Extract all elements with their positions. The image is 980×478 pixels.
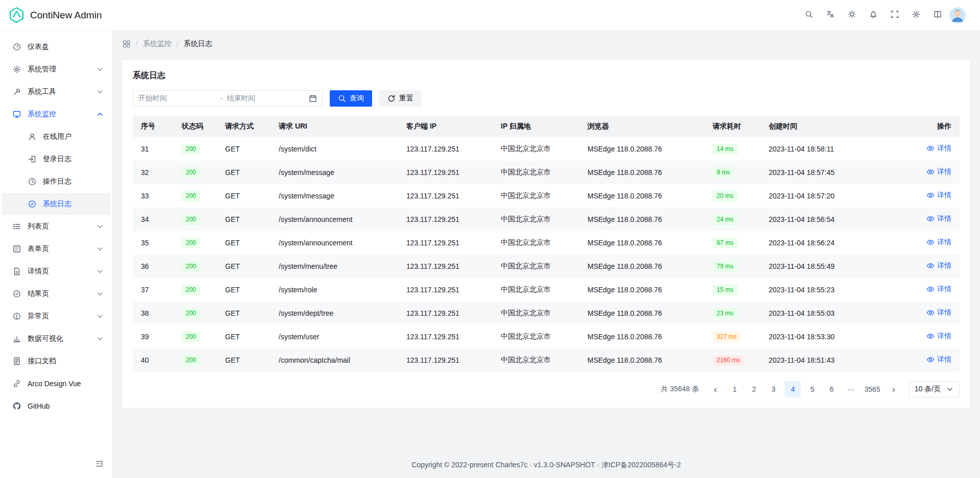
- dashboard-icon: [12, 42, 21, 52]
- github-icon: [12, 401, 21, 411]
- elapsed-badge: 87 ms: [713, 238, 738, 248]
- eye-icon: [926, 356, 935, 364]
- pagination-ellipsis[interactable]: ···: [843, 381, 859, 397]
- translate-button[interactable]: [822, 7, 839, 24]
- detail-link[interactable]: 详情: [926, 332, 951, 341]
- page-button-2[interactable]: 2: [746, 381, 762, 397]
- app-title: ContiNew Admin: [30, 10, 102, 21]
- detail-link[interactable]: 详情: [926, 308, 951, 317]
- search-icon: [805, 10, 813, 20]
- detail-link[interactable]: 详情: [926, 191, 951, 200]
- cell-action: 详情: [896, 184, 960, 208]
- sidebar-item-system-tools[interactable]: 系统工具: [2, 81, 110, 103]
- status-badge: 200: [182, 214, 200, 225]
- sidebar-item-system-logs[interactable]: 系统日志: [2, 193, 110, 215]
- sidebar-item-online-users[interactable]: 在线用户: [2, 125, 110, 148]
- fullscreen-button[interactable]: [886, 7, 903, 24]
- sidebar-item-system-management[interactable]: 系统管理: [2, 58, 110, 81]
- search-button[interactable]: [800, 7, 818, 24]
- cell-browser: MSEdge 118.0.2088.76: [579, 255, 704, 278]
- page-button-1[interactable]: 1: [726, 381, 743, 397]
- theme-light-button[interactable]: [843, 7, 861, 24]
- sidebar-item-label: 操作日志: [43, 177, 104, 186]
- cell-created_at: 2023-11-04 18:55:49: [761, 255, 896, 278]
- cell-client_ip: 123.117.129.251: [398, 208, 493, 231]
- collapse-sidebar-button[interactable]: [93, 458, 106, 471]
- page-button-3[interactable]: 3: [765, 381, 781, 397]
- eye-icon: [926, 332, 935, 340]
- cell-uri: /system/announcement: [271, 208, 398, 231]
- prev-page-button[interactable]: ‹: [707, 381, 723, 397]
- cell-client_ip: 123.117.129.251: [398, 301, 493, 325]
- cell-ip_region: 中国北京北京市: [493, 325, 579, 348]
- sidebar-item-arco-design-vue[interactable]: Arco Design Vue: [2, 372, 110, 395]
- cell-action: 详情: [896, 255, 960, 278]
- cell-status: 200: [174, 231, 217, 255]
- cell-elapsed: 327 ms: [704, 325, 761, 348]
- cell-method: GET: [217, 137, 271, 161]
- cell-elapsed: 24 ms: [704, 208, 761, 231]
- sidebar-item-result-pages[interactable]: 结果页: [2, 283, 110, 305]
- cell-uri: /system/announcement: [271, 231, 398, 255]
- chevron-up-icon: [96, 110, 104, 118]
- search-button[interactable]: 查询: [330, 90, 372, 107]
- sidebar-item-detail-pages[interactable]: 详情页: [2, 260, 110, 283]
- detail-link[interactable]: 详情: [926, 167, 951, 177]
- reset-button[interactable]: 重置: [379, 90, 422, 107]
- page-button-3565[interactable]: 3565: [862, 381, 882, 397]
- detail-link[interactable]: 详情: [926, 285, 951, 294]
- sidebar-item-list-pages[interactable]: 列表页: [2, 215, 110, 238]
- history-icon: [28, 177, 37, 186]
- eye-icon: [926, 144, 935, 153]
- page-button-5[interactable]: 5: [804, 381, 820, 397]
- notification-button[interactable]: [865, 7, 882, 24]
- sidebar-item-exception-pages[interactable]: 异常页: [2, 305, 110, 328]
- breadcrumb-item-monitor[interactable]: 系统监控: [143, 39, 172, 48]
- app-header: ContiNew Admin: [0, 0, 980, 31]
- cell-browser: MSEdge 118.0.2088.76: [579, 137, 704, 161]
- sidebar-item-label: 仪表盘: [28, 42, 104, 52]
- detail-link-label: 详情: [937, 332, 951, 341]
- avatar[interactable]: [949, 7, 966, 23]
- sidebar-item-dashboard[interactable]: 仪表盘: [2, 36, 110, 58]
- column-header-ip_region: IP 归属地: [493, 116, 579, 137]
- detail-link-label: 详情: [937, 238, 951, 247]
- next-page-button[interactable]: ›: [886, 381, 902, 397]
- sidebar-item-github[interactable]: GitHub: [2, 395, 110, 417]
- list-icon: [12, 222, 21, 231]
- page-button-6[interactable]: 6: [823, 381, 840, 397]
- page-button-4[interactable]: 4: [785, 381, 801, 397]
- sidebar-item-data-visualization[interactable]: 数据可视化: [2, 328, 110, 350]
- chevron-down-icon: [96, 335, 104, 343]
- cell-ip_region: 中国北京北京市: [493, 208, 579, 231]
- detail-link[interactable]: 详情: [926, 144, 951, 153]
- cell-seq: 40: [133, 348, 174, 372]
- cell-status: 200: [174, 325, 217, 348]
- cell-seq: 33: [133, 184, 174, 208]
- detail-link[interactable]: 详情: [926, 238, 951, 247]
- detail-link[interactable]: 详情: [926, 261, 951, 270]
- chevron-down-icon: [96, 312, 104, 320]
- docs-button[interactable]: [929, 7, 946, 24]
- sidebar-item-system-monitor[interactable]: 系统监控: [2, 103, 110, 125]
- apps-icon[interactable]: [122, 40, 131, 48]
- sidebar-item-form-pages[interactable]: 表单页: [2, 238, 110, 260]
- settings-button[interactable]: [908, 7, 925, 24]
- chevron-down-icon: [946, 385, 954, 393]
- cell-action: 详情: [896, 137, 960, 161]
- cell-created_at: 2023-11-04 18:53:30: [761, 325, 896, 348]
- table-row: 31200GET/system/dict123.117.129.251中国北京北…: [133, 137, 960, 161]
- sidebar-item-operation-logs[interactable]: 操作日志: [2, 170, 110, 193]
- cell-uri: /system/dept/tree: [271, 301, 398, 325]
- cell-browser: MSEdge 118.0.2088.76: [579, 348, 704, 372]
- app-logo[interactable]: ContiNew Admin: [8, 7, 102, 23]
- cell-browser: MSEdge 118.0.2088.76: [579, 161, 704, 184]
- sidebar-item-label: 列表页: [28, 222, 90, 231]
- detail-link[interactable]: 详情: [926, 355, 951, 364]
- sidebar-item-login-logs[interactable]: 登录日志: [2, 148, 110, 170]
- cell-elapsed: 87 ms: [704, 231, 761, 255]
- detail-link[interactable]: 详情: [926, 214, 951, 223]
- sidebar-item-api-docs[interactable]: 接口文档: [2, 350, 110, 372]
- page-size-select[interactable]: 10 条/页: [909, 381, 960, 397]
- date-range-picker[interactable]: 开始时间 - 结束时间: [133, 90, 323, 107]
